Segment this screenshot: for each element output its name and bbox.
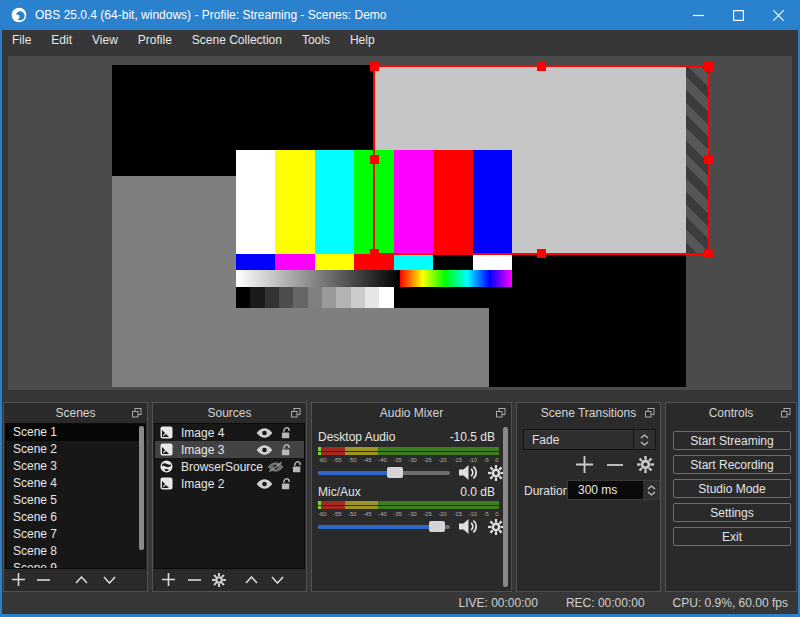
scene-list-item[interactable]: Scene 3 <box>6 458 145 475</box>
scene-list-item[interactable]: Scene 7 <box>6 526 145 543</box>
slider-handle[interactable] <box>387 467 403 478</box>
scene-list-item[interactable]: Scene 8 <box>6 543 145 560</box>
maximize-button[interactable] <box>718 0 758 30</box>
audio-mixer-panel: Audio Mixer Desktop Audio -10.5 dB -60-5… <box>311 402 512 592</box>
pattern-step-row <box>236 287 512 308</box>
add-transition-button[interactable] <box>576 456 593 473</box>
pattern-gray-steps <box>236 287 394 308</box>
obs-logo-icon <box>11 7 27 23</box>
obs-window: OBS 25.0.4 (64-bit, windows) - Profile: … <box>0 0 800 617</box>
chevron-down-icon <box>640 441 649 446</box>
lock-icon[interactable] <box>277 477 294 490</box>
settings-button[interactable]: Settings <box>673 503 791 522</box>
speaker-icon[interactable] <box>458 518 480 535</box>
float-panel-icon[interactable] <box>291 408 301 418</box>
exit-button[interactable]: Exit <box>673 527 791 546</box>
scene-list-item[interactable]: Scene 2 <box>6 441 145 458</box>
scenes-title-label: Scenes <box>55 406 95 420</box>
resize-handle-middle-left[interactable] <box>370 155 379 164</box>
audio-mixer-panel-title: Audio Mixer <box>312 403 511 423</box>
resize-handle-top-right[interactable] <box>704 62 713 71</box>
close-button[interactable] <box>758 0 798 30</box>
visibility-eye-icon[interactable] <box>256 477 273 490</box>
volume-slider[interactable] <box>318 471 450 475</box>
source-black-rect[interactable] <box>489 255 686 387</box>
remove-scene-button[interactable] <box>31 569 55 590</box>
float-panel-icon[interactable] <box>645 408 655 418</box>
resize-handle-bottom-middle[interactable] <box>537 249 546 258</box>
menu-file[interactable]: File <box>2 30 41 51</box>
lock-icon[interactable] <box>277 426 294 439</box>
visibility-eye-hidden-icon[interactable] <box>267 460 284 473</box>
scene-list-item[interactable]: Scene 9 <box>6 560 145 569</box>
scene-list-item[interactable]: Scene 4 <box>6 475 145 492</box>
menu-view[interactable]: View <box>82 30 128 51</box>
transition-select[interactable]: Fade <box>523 429 656 450</box>
channel-settings-gear-icon[interactable] <box>488 465 504 481</box>
scene-list-item[interactable]: Scene 5 <box>6 492 145 509</box>
resize-handle-middle-right[interactable] <box>704 155 713 164</box>
source-list-item[interactable]: Image 2 <box>155 475 304 492</box>
resize-handle-bottom-right[interactable] <box>704 249 713 258</box>
sources-panel: Sources Image 4Image 3BrowserSourceImage… <box>152 402 307 592</box>
meter-tick-labels: -60-55-50-45-40-35-30-25-20-15-10-50 <box>318 511 499 518</box>
float-panel-icon[interactable] <box>132 408 142 418</box>
transition-properties-gear-icon[interactable] <box>637 456 654 473</box>
add-source-button[interactable] <box>154 569 182 590</box>
window-border-left <box>0 0 2 617</box>
move-source-down-button[interactable] <box>264 569 290 590</box>
speaker-icon[interactable] <box>458 464 480 481</box>
minimize-button[interactable] <box>678 0 718 30</box>
menu-profile[interactable]: Profile <box>128 30 182 51</box>
mixer-scrollbar[interactable] <box>503 427 508 587</box>
duration-spin-buttons[interactable] <box>643 481 659 499</box>
menu-help[interactable]: Help <box>340 30 385 51</box>
resize-handle-top-left[interactable] <box>370 62 379 71</box>
lock-icon[interactable] <box>288 460 305 473</box>
channel-settings-gear-icon[interactable] <box>488 519 504 535</box>
source-list-item[interactable]: Image 4 <box>155 424 304 441</box>
chevron-up-icon <box>647 485 656 490</box>
remove-transition-button[interactable] <box>607 463 623 467</box>
menu-scene-collection[interactable]: Scene Collection <box>182 30 292 51</box>
slider-fill <box>318 525 437 529</box>
duration-spinbox[interactable]: 300 ms <box>567 480 660 500</box>
volume-meter <box>318 501 499 510</box>
menu-tools[interactable]: Tools <box>292 30 340 51</box>
float-panel-icon[interactable] <box>496 408 506 418</box>
scene-list-item[interactable]: Scene 1 <box>6 424 145 441</box>
meter-bar-right <box>318 452 499 455</box>
source-list-item[interactable]: Image 3 <box>155 441 304 458</box>
source-properties-button[interactable] <box>206 569 232 590</box>
channel-label-row: Desktop Audio -10.5 dB <box>318 430 495 444</box>
sources-list: Image 4Image 3BrowserSourceImage 2 <box>154 423 305 569</box>
volume-slider[interactable] <box>318 525 450 529</box>
image-source-icon <box>160 443 173 456</box>
channel-db-value: -10.5 dB <box>450 430 495 444</box>
window-title: OBS 25.0.4 (64-bit, windows) - Profile: … <box>35 8 386 22</box>
menu-edit[interactable]: Edit <box>41 30 82 51</box>
start-recording-button[interactable]: Start Recording <box>673 455 791 474</box>
transition-selected-value: Fade <box>524 433 633 447</box>
slider-handle[interactable] <box>429 521 445 532</box>
transition-select-spinner[interactable] <box>633 430 655 449</box>
start-streaming-button[interactable]: Start Streaming <box>673 431 791 450</box>
scenes-scrollbar[interactable] <box>139 426 144 550</box>
move-scene-up-button[interactable] <box>67 569 95 590</box>
image-source-icon <box>160 477 173 490</box>
duration-label: Duration <box>524 484 569 498</box>
scene-list-item[interactable]: Scene 6 <box>6 509 145 526</box>
move-source-up-button[interactable] <box>238 569 264 590</box>
lock-icon[interactable] <box>277 443 294 456</box>
move-scene-down-button[interactable] <box>95 569 123 590</box>
resize-handle-top-middle[interactable] <box>537 62 546 71</box>
visibility-eye-icon[interactable] <box>256 443 273 456</box>
volume-slider-row <box>318 519 505 535</box>
float-panel-icon[interactable] <box>781 408 791 418</box>
resize-handle-bottom-left[interactable] <box>370 249 379 258</box>
source-list-item[interactable]: BrowserSource <box>155 458 304 475</box>
visibility-eye-icon[interactable] <box>256 426 273 439</box>
add-scene-button[interactable] <box>5 569 31 590</box>
remove-source-button[interactable] <box>182 569 206 590</box>
studio-mode-button[interactable]: Studio Mode <box>673 479 791 498</box>
